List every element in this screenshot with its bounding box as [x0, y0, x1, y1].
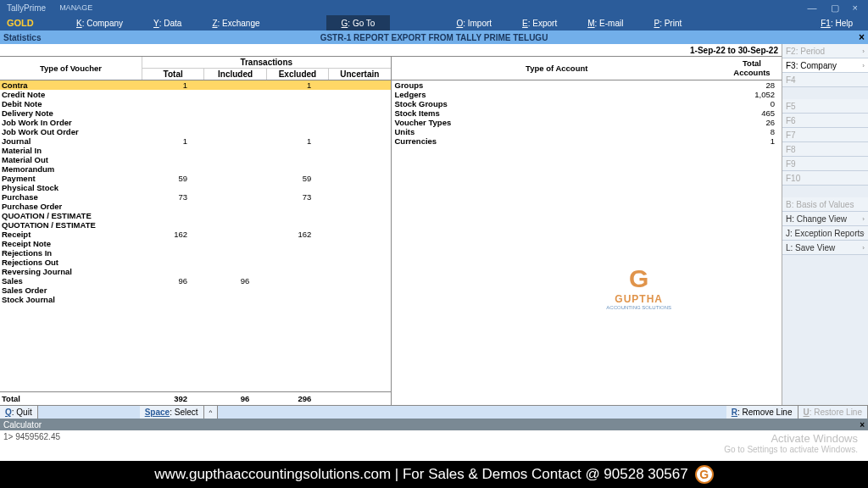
- rp-f5[interactable]: F5: [782, 99, 868, 114]
- menu-exchange[interactable]: Z: Exchange: [197, 15, 275, 30]
- voucher-row[interactable]: Receipt Note: [0, 239, 391, 248]
- rp-f9[interactable]: F9: [782, 157, 868, 171]
- account-row[interactable]: Currencies1: [392, 136, 782, 146]
- th-excluded: Excluded: [267, 69, 329, 80]
- rp-f2-period[interactable]: F2: Period›: [782, 44, 868, 58]
- menu-print[interactable]: P: Print: [638, 15, 697, 30]
- action-bar: Q: Quit Space: Select ^ R: Remove Line U…: [0, 405, 868, 419]
- voucher-row[interactable]: Sales9696: [0, 276, 391, 286]
- voucher-row[interactable]: Credit Note: [0, 90, 391, 99]
- totals-row: Total 392 96 296: [0, 391, 391, 405]
- period-label: 1-Sep-22 to 30-Sep-22: [0, 44, 782, 56]
- th-total-accounts: TotalAccounts: [722, 59, 782, 77]
- voucher-row[interactable]: Reversing Journal: [0, 267, 391, 276]
- report-close-icon[interactable]: ×: [859, 31, 868, 43]
- rp-basis-values[interactable]: B: Basis of Values: [782, 197, 868, 212]
- voucher-row[interactable]: Memorandum: [0, 164, 391, 174]
- menu-import[interactable]: O: Import: [441, 15, 507, 30]
- action-remove-line[interactable]: R: Remove Line: [726, 406, 798, 419]
- action-quit[interactable]: Q: Quit: [0, 406, 38, 419]
- minimize-icon[interactable]: —: [808, 3, 817, 14]
- rp-save-view[interactable]: L: Save View›: [782, 241, 868, 255]
- voucher-row[interactable]: Journal11: [0, 136, 391, 146]
- caret-up-icon[interactable]: ^: [204, 406, 219, 419]
- action-restore-line[interactable]: U: Restore Line: [798, 406, 869, 419]
- rp-exception-reports[interactable]: J: Exception Reports›: [782, 226, 868, 241]
- main-menu-bar: GOLD K: Company Y: Data Z: Exchange G: G…: [0, 15, 868, 30]
- window-controls: — ▢ ×: [808, 3, 868, 14]
- menu-company[interactable]: K: Company: [61, 15, 138, 30]
- report-title-bar: Statistics GSTR-1 REPORT EXPORT FROM TAL…: [0, 30, 868, 44]
- manage-label[interactable]: MANAGE: [53, 3, 99, 12]
- calculator-area[interactable]: 1> 9459562.45 Activate Windows Go to Set…: [0, 430, 868, 461]
- menu-email[interactable]: M: E-mail: [572, 15, 638, 30]
- banner-logo-icon: G: [695, 465, 714, 484]
- voucher-row[interactable]: Delivery Note: [0, 108, 391, 118]
- account-row[interactable]: Stock Groups0: [392, 99, 782, 108]
- voucher-row[interactable]: Contra11: [0, 80, 391, 90]
- title-bar: TallyPrime MANAGE — ▢ ×: [0, 0, 868, 15]
- menu-data[interactable]: Y: Data: [138, 15, 197, 30]
- voucher-row[interactable]: Job Work In Order: [0, 118, 391, 127]
- rp-f7[interactable]: F7: [782, 128, 868, 142]
- activate-windows-watermark: Activate Windows Go to Settings to activ…: [724, 432, 858, 454]
- function-key-panel: F2: Period› F3: Company› F4 F5 F6 F7 F8 …: [782, 44, 868, 405]
- rp-f4[interactable]: F4: [782, 73, 868, 87]
- app-name: TallyPrime: [0, 3, 53, 13]
- account-row[interactable]: Ledgers1,052: [392, 90, 782, 99]
- rp-change-view[interactable]: H: Change View›: [782, 212, 868, 226]
- voucher-row[interactable]: Rejections In: [0, 248, 391, 258]
- th-included: Included: [204, 69, 266, 80]
- voucher-row[interactable]: Purchase7373: [0, 192, 391, 202]
- rp-f8[interactable]: F8: [782, 142, 868, 157]
- voucher-row[interactable]: Material In: [0, 146, 391, 155]
- voucher-row[interactable]: Stock Journal: [0, 295, 391, 304]
- voucher-row[interactable]: Job Work Out Order: [0, 127, 391, 136]
- th-transactions: Transactions: [142, 57, 391, 69]
- voucher-row[interactable]: QUOATION / ESTIMATE: [0, 211, 391, 220]
- bottom-banner: www.gupthaaccountingsolutions.com | For …: [0, 461, 868, 488]
- rp-f6[interactable]: F6: [782, 114, 868, 128]
- edition-label: GOLD: [0, 18, 61, 28]
- close-icon[interactable]: ×: [853, 3, 858, 14]
- action-select[interactable]: Space: Select: [140, 406, 204, 419]
- voucher-row[interactable]: Purchase Order: [0, 202, 391, 211]
- account-row[interactable]: Voucher Types26: [392, 118, 782, 127]
- maximize-icon[interactable]: ▢: [831, 3, 839, 14]
- menu-goto[interactable]: G: Go To: [326, 15, 391, 30]
- account-row[interactable]: Groups28: [392, 80, 782, 90]
- voucher-table: Type of Voucher Transactions Total Inclu…: [0, 57, 392, 405]
- voucher-row[interactable]: Rejections Out: [0, 258, 391, 267]
- account-table: Type of Account TotalAccounts Groups28Le…: [392, 57, 782, 405]
- th-account-type: Type of Account: [392, 64, 723, 73]
- voucher-row[interactable]: Sales Order: [0, 286, 391, 295]
- menu-export[interactable]: E: Export: [507, 15, 572, 30]
- banner-text: www.gupthaaccountingsolutions.com | For …: [154, 466, 687, 483]
- voucher-row[interactable]: Debit Note: [0, 99, 391, 108]
- stats-label: Statistics: [0, 33, 44, 42]
- voucher-row[interactable]: Payment5959: [0, 174, 391, 183]
- account-row[interactable]: Stock Items465: [392, 108, 782, 118]
- account-row[interactable]: Units8: [392, 127, 782, 136]
- th-uncertain: Uncertain: [329, 69, 390, 80]
- menu-help[interactable]: F1: Help: [805, 15, 868, 30]
- report-title: GSTR-1 REPORT EXPORT FROM TALLY PRIME TE…: [320, 33, 548, 42]
- voucher-row[interactable]: QUOTATION / ESTIMATE: [0, 220, 391, 230]
- rp-f3-company[interactable]: F3: Company›: [782, 58, 868, 73]
- calculator-label: Calculator: [3, 420, 42, 430]
- voucher-row[interactable]: Physical Stock: [0, 183, 391, 192]
- voucher-row[interactable]: Material Out: [0, 155, 391, 164]
- voucher-row[interactable]: Receipt162162: [0, 230, 391, 239]
- calculator-close-icon[interactable]: ×: [860, 420, 865, 430]
- th-total: Total: [142, 69, 204, 80]
- th-voucher-type: Type of Voucher: [0, 57, 142, 80]
- calculator-bar: Calculator ×: [0, 419, 868, 430]
- rp-f10[interactable]: F10: [782, 171, 868, 186]
